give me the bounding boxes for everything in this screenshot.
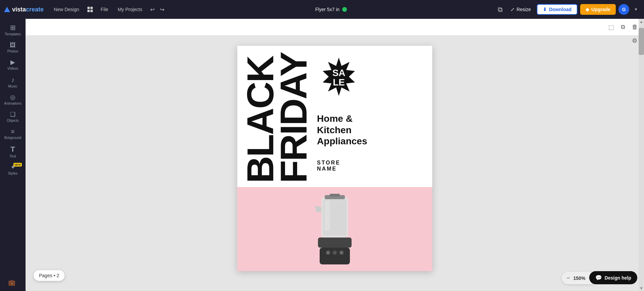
logo-triangle (4, 7, 10, 12)
design-help-label: Design help (605, 275, 631, 281)
download-label: Download (549, 7, 571, 12)
new-design-button[interactable]: New Design (50, 5, 82, 14)
svg-point-8 (333, 251, 337, 255)
sidebar-item-label-music: Music (8, 84, 17, 88)
sidebar-item-label-objects: Objects (7, 118, 19, 122)
flyer-bottom-section (237, 187, 432, 271)
logo: vistacreate (4, 6, 44, 13)
scroll-down-button[interactable]: ▼ (639, 285, 644, 291)
black-friday-vertical-text: BLACKFRIDAY (244, 52, 310, 183)
download-icon: ⬇ (543, 7, 547, 12)
doc-title: Flyer 5x7 in (315, 7, 339, 12)
nav-right: ⧉ ⤢ Resize ⬇ Download ◆ Upgrade G ▼ (496, 4, 640, 15)
undo-redo-group: ↩ ↪ (148, 4, 166, 15)
preview-button[interactable]: ⧉ (496, 4, 505, 15)
animations-icon: ◎ (10, 94, 15, 100)
doc-title-area: Flyer 5x7 in (169, 7, 493, 12)
avatar-initial: G (622, 7, 626, 12)
sidebar-item-label-photos: Photos (7, 49, 18, 53)
scrollbar-thumb[interactable] (639, 28, 644, 55)
frame-button[interactable]: ⬚ (606, 22, 616, 33)
right-scrollbar[interactable]: ▲ ▼ (639, 19, 644, 291)
grid-icon (87, 7, 93, 12)
svg-rect-4 (330, 194, 340, 196)
main-area: ⬚ ⧉ 🗑 BLACKFRIDAY (26, 19, 644, 291)
resize-button[interactable]: ⤢ Resize (507, 5, 534, 14)
sidebar-item-label-animations: Animations (4, 101, 22, 105)
music-icon: ♪ (11, 76, 14, 83)
resize-icon: ⤢ (511, 7, 515, 12)
zoom-level: 150% (573, 276, 586, 281)
sidebar-item-videos[interactable]: ▶ Videos (1, 57, 25, 73)
redo-button[interactable]: ↪ (158, 4, 166, 15)
canvas-scroll[interactable]: BLACKFRIDAY SALE (26, 36, 644, 291)
logo-text: vistacreate (12, 6, 44, 13)
sidebar-item-music[interactable]: ♪ Music (1, 74, 25, 91)
sidebar: ⊞ Templates 🖼 Photos ▶ Videos ♪ Music ◎ … (0, 19, 26, 291)
design-help-button[interactable]: 💬 Design help (589, 271, 637, 284)
flyer-canvas[interactable]: BLACKFRIDAY SALE (237, 46, 432, 271)
canvas-wrapper: BLACKFRIDAY SALE (237, 46, 432, 271)
videos-icon: ▶ (10, 59, 15, 65)
canvas-settings-button[interactable]: ⚙ (632, 37, 637, 44)
topnav: vistacreate New Design File My Projects … (0, 0, 644, 19)
sidebar-item-label-text: Text (9, 154, 16, 158)
user-avatar[interactable]: G (618, 4, 629, 15)
sidebar-item-background[interactable]: ≡ Bckground (1, 126, 25, 142)
svg-point-9 (339, 251, 344, 255)
blender-illustration (301, 194, 368, 271)
sidebar-item-label-templates: Templates (5, 32, 21, 36)
background-icon: ≡ (11, 129, 15, 135)
objects-icon: ❑ (10, 111, 15, 117)
scroll-up-button[interactable]: ▲ (639, 19, 644, 25)
sidebar-item-text[interactable]: T Text (1, 143, 25, 161)
text-icon: T (10, 146, 15, 153)
flyer-subtitle: Home & Kitchen Appliances (317, 113, 367, 147)
canvas-toolbar: ⬚ ⧉ 🗑 (26, 19, 644, 36)
resize-label: Resize (517, 7, 531, 12)
copy-button[interactable]: ⧉ (619, 22, 627, 33)
sidebar-item-label-background: Bckground (4, 136, 21, 140)
svg-point-7 (326, 251, 330, 255)
file-button[interactable]: File (97, 5, 112, 14)
my-projects-button[interactable]: My Projects (114, 5, 146, 14)
upgrade-label: Upgrade (591, 7, 610, 12)
pages-badge[interactable]: Pages • 2 (34, 270, 65, 281)
svg-marker-11 (315, 206, 321, 212)
sidebar-item-brand[interactable]: 💼 (0, 277, 24, 288)
store-line1: STORE (317, 160, 340, 166)
flyer-top-section: BLACKFRIDAY SALE (237, 46, 432, 187)
diamond-icon: ◆ (586, 7, 589, 12)
subtitle-line3: Appliances (317, 136, 367, 147)
store-line2: NAME (317, 166, 340, 172)
save-status-dot (342, 7, 347, 12)
sidebar-item-label-styles: Styles (8, 171, 18, 175)
templates-icon: ⊞ (10, 24, 16, 31)
sidebar-item-photos[interactable]: 🖼 Photos (1, 39, 25, 56)
sidebar-item-label-videos: Videos (7, 66, 18, 70)
sidebar-item-styles[interactable]: NEW ✦ Styles (1, 161, 25, 178)
upgrade-button[interactable]: ◆ Upgrade (580, 4, 616, 15)
grid-menu-button[interactable] (85, 5, 95, 14)
brand-icon: 💼 (8, 280, 15, 286)
flyer-right-content: SALE Home & Kitchen Appliances STORE NAM… (310, 52, 426, 180)
svg-rect-10 (325, 201, 330, 231)
svg-rect-5 (318, 238, 352, 248)
subtitle-line1: Home & (317, 113, 367, 124)
user-menu-chevron[interactable]: ▼ (632, 5, 640, 14)
sidebar-item-animations[interactable]: ◎ Animations (1, 92, 25, 108)
sidebar-item-templates[interactable]: ⊞ Templates (1, 22, 25, 39)
undo-button[interactable]: ↩ (148, 4, 157, 15)
design-help-icon: 💬 (595, 275, 602, 281)
sale-starburst: SALE (317, 56, 361, 100)
new-badge: NEW (13, 163, 22, 167)
svg-rect-6 (320, 248, 350, 264)
flyer-store-name: STORE NAME (317, 160, 340, 172)
photos-icon: 🖼 (10, 42, 16, 48)
sidebar-item-objects[interactable]: ❑ Objects (1, 109, 25, 125)
sale-text: SALE (332, 68, 346, 87)
download-button[interactable]: ⬇ Download (537, 4, 577, 15)
zoom-out-button[interactable]: − (566, 275, 570, 282)
subtitle-line2: Kitchen (317, 124, 367, 136)
pages-label: Pages • 2 (39, 273, 59, 278)
